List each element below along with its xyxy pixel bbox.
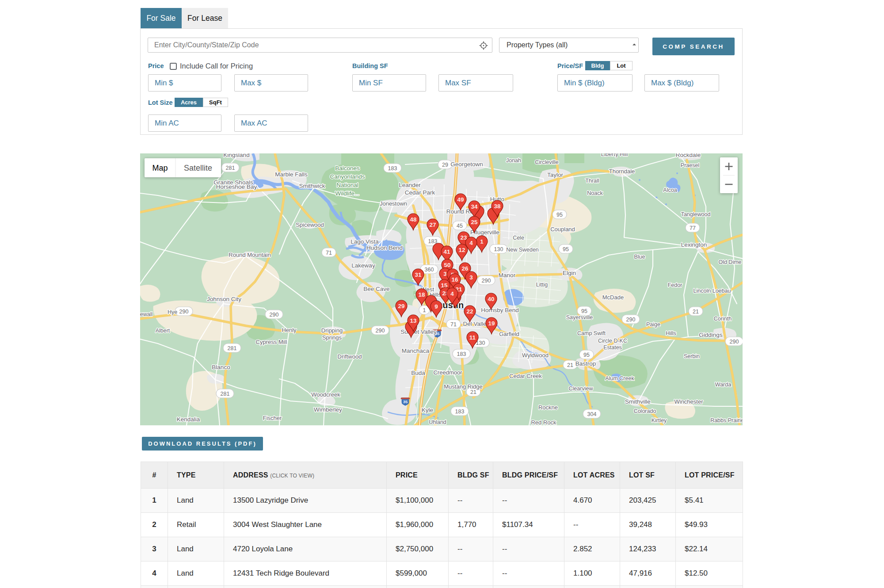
svg-text:Kyle: Kyle	[422, 407, 433, 413]
svg-text:95: 95	[556, 212, 563, 218]
svg-text:Giddings: Giddings	[699, 332, 723, 338]
svg-text:Corinth: Corinth	[714, 316, 732, 322]
svg-text:27: 27	[429, 221, 436, 228]
svg-text:Hudson Bend: Hudson Bend	[366, 244, 403, 251]
svg-text:290: 290	[376, 328, 385, 334]
svg-text:Jonestown: Jonestown	[380, 200, 407, 207]
svg-text:Marble Falls: Marble Falls	[275, 171, 308, 178]
svg-text:Uhland: Uhland	[429, 419, 446, 425]
svg-text:Paige: Paige	[646, 321, 660, 328]
svg-text:13: 13	[410, 317, 417, 324]
svg-text:Lincoln Loebau: Lincoln Loebau	[693, 288, 731, 294]
svg-text:Rockdale: Rockdale	[676, 153, 701, 158]
svg-text:183: 183	[388, 165, 397, 172]
svg-text:183: 183	[455, 409, 465, 415]
svg-text:Praesel: Praesel	[681, 162, 699, 168]
svg-text:360: 360	[425, 267, 434, 273]
svg-text:Alum Creek: Alum Creek	[605, 375, 634, 382]
svg-text:130: 130	[494, 246, 503, 252]
svg-text:11: 11	[469, 334, 476, 341]
svg-text:Lakeway: Lakeway	[351, 262, 375, 269]
svg-text:Canyonlands: Canyonlands	[330, 173, 365, 180]
svg-text:Kirtley: Kirtley	[652, 417, 667, 424]
svg-text:Coupland: Coupland	[550, 226, 575, 233]
svg-text:95: 95	[581, 308, 587, 314]
svg-text:Circleville: Circleville	[535, 159, 559, 165]
svg-text:290: 290	[482, 278, 491, 284]
svg-text:19: 19	[488, 320, 495, 327]
svg-text:Sayersville: Sayersville	[566, 314, 593, 321]
svg-text:1: 1	[423, 307, 426, 313]
svg-text:290: 290	[270, 312, 279, 318]
svg-text:41: 41	[443, 248, 450, 255]
svg-text:Blanco: Blanco	[212, 364, 230, 370]
svg-text:40: 40	[488, 296, 494, 302]
svg-text:26: 26	[461, 265, 469, 272]
svg-text:29: 29	[442, 162, 448, 168]
svg-text:Del Valle: Del Valle	[463, 321, 486, 327]
svg-text:21: 21	[567, 362, 573, 368]
svg-text:Garfield: Garfield	[499, 331, 519, 337]
svg-text:Dripping: Dripping	[321, 327, 343, 334]
svg-text:38: 38	[494, 203, 501, 210]
svg-text:304: 304	[587, 411, 597, 417]
svg-text:Jonah: Jonah	[506, 157, 521, 164]
svg-text:34: 34	[471, 203, 478, 210]
svg-text:3: 3	[469, 274, 473, 281]
svg-text:Red Rock: Red Rock	[531, 419, 556, 425]
svg-text:Mustang Ridge: Mustang Ridge	[444, 383, 482, 390]
svg-text:Georgetown: Georgetown	[450, 161, 483, 168]
svg-text:29: 29	[398, 303, 404, 309]
svg-text:183: 183	[428, 238, 438, 244]
svg-text:Map: Map	[152, 164, 168, 172]
svg-text:Camp Swift: Camp Swift	[577, 330, 606, 336]
svg-text:Wyldwood: Wyldwood	[522, 352, 549, 359]
svg-text:Elgin: Elgin	[563, 270, 576, 276]
svg-text:Thorndale: Thorndale	[609, 168, 635, 175]
svg-text:Hills: Hills	[666, 330, 676, 336]
svg-text:12: 12	[458, 247, 465, 253]
svg-text:Estates: Estates	[603, 344, 622, 351]
svg-text:Buda: Buda	[411, 370, 425, 376]
svg-text:4: 4	[450, 290, 454, 297]
svg-text:71: 71	[450, 321, 457, 328]
svg-text:4: 4	[469, 240, 473, 246]
svg-text:Hye: Hye	[168, 309, 177, 315]
svg-text:290: 290	[179, 309, 189, 315]
svg-text:Springs: Springs	[322, 334, 342, 341]
svg-text:Bastrop: Bastrop	[575, 360, 596, 367]
svg-text:Fischer: Fischer	[263, 415, 282, 421]
svg-text:Leander: Leander	[399, 182, 421, 188]
svg-text:9: 9	[434, 303, 438, 310]
svg-text:Littig: Littig	[536, 282, 548, 288]
svg-text:Spicewood: Spicewood	[296, 221, 324, 228]
svg-text:22: 22	[466, 308, 473, 315]
svg-text:16: 16	[451, 276, 458, 283]
svg-text:Creedmoor: Creedmoor	[433, 369, 462, 376]
svg-text:18: 18	[418, 291, 425, 298]
svg-text:Driftwood: Driftwood	[338, 353, 362, 360]
svg-text:183: 183	[457, 351, 466, 357]
svg-text:95: 95	[563, 246, 569, 252]
svg-text:49: 49	[457, 196, 464, 203]
svg-text:Circle D-KC: Circle D-KC	[598, 338, 627, 344]
svg-text:New Sweden: New Sweden	[506, 247, 539, 253]
svg-text:281: 281	[228, 345, 237, 351]
svg-text:Smithwick: Smithwick	[299, 183, 325, 189]
svg-text:Smithville: Smithville	[625, 398, 651, 405]
svg-text:Cypress Mill: Cypress Mill	[256, 339, 287, 345]
svg-text:Wildlife...: Wildlife...	[335, 190, 360, 197]
svg-text:Wimberley: Wimberley	[314, 406, 342, 413]
svg-text:Noack: Noack	[587, 190, 603, 196]
svg-text:Thrall: Thrall	[585, 178, 599, 184]
svg-text:Clearview: Clearview	[569, 386, 594, 392]
svg-text:Bee Cave: Bee Cave	[363, 286, 389, 292]
svg-text:Lago Vista: Lago Vista	[351, 238, 379, 245]
svg-text:Hornsby Bend: Hornsby Bend	[481, 307, 519, 313]
svg-text:Manchaca: Manchaca	[402, 347, 430, 354]
svg-text:Albert: Albert	[156, 328, 170, 334]
svg-text:ewall: ewall	[140, 311, 152, 317]
svg-text:Old Dime Box: Old Dime Box	[718, 259, 743, 265]
svg-text:Woodcreek: Woodcreek	[311, 391, 340, 398]
svg-text:Rockne: Rockne	[538, 404, 558, 411]
